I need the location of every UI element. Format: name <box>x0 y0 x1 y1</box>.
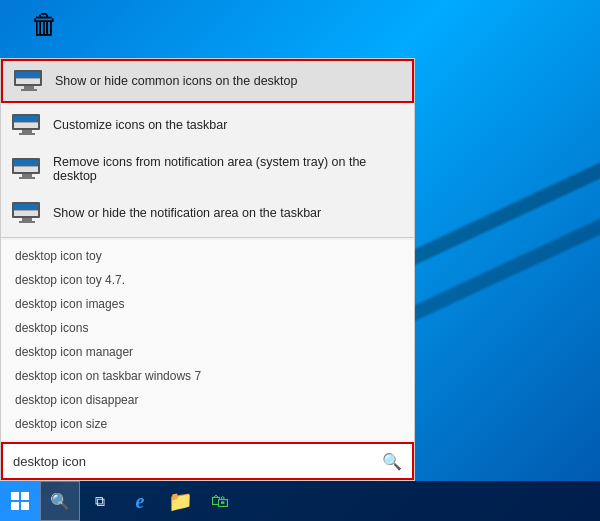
result-icon-1 <box>13 69 45 93</box>
result-text-4: Show or hide the notification area on th… <box>53 206 404 220</box>
result-text-2: Customize icons on the taskbar <box>53 118 404 132</box>
result-item-3[interactable]: Remove icons from notification area (sys… <box>1 147 414 191</box>
start-button[interactable] <box>0 481 40 521</box>
taskbar: 🔍 ⧉ e 📁 🛍 <box>0 481 600 521</box>
task-view-icon: ⧉ <box>95 493 105 510</box>
result-icon-3 <box>11 157 43 181</box>
taskbar-search-button[interactable]: 🔍 <box>40 481 80 521</box>
result-icon-2 <box>11 113 43 137</box>
suggestion-3[interactable]: desktop icon images <box>1 292 414 316</box>
store-icon: 🛍 <box>211 491 229 512</box>
ie-icon: e <box>136 490 145 513</box>
suggestion-2[interactable]: desktop icon toy 4.7. <box>1 268 414 292</box>
result-text-1: Show or hide common icons on the desktop <box>55 74 402 88</box>
result-icon-4 <box>11 201 43 225</box>
search-submit-icon[interactable]: 🔍 <box>382 452 402 471</box>
suggestion-5[interactable]: desktop icon manager <box>1 340 414 364</box>
search-panel: Show or hide common icons on the desktop… <box>0 58 415 481</box>
task-view-button[interactable]: ⧉ <box>80 481 120 521</box>
folder-icon: 📁 <box>168 489 193 513</box>
result-item-2[interactable]: Customize icons on the taskbar <box>1 103 414 147</box>
divider <box>1 237 414 238</box>
suggestion-1[interactable]: desktop icon toy <box>1 244 414 268</box>
search-icon: 🔍 <box>50 492 70 511</box>
suggestion-8[interactable]: desktop icon size <box>1 412 414 436</box>
search-bar: 🔍 <box>1 442 414 480</box>
results-top: Show or hide common icons on the desktop… <box>1 59 414 235</box>
result-text-3: Remove icons from notification area (sys… <box>53 155 404 183</box>
recycle-bin-icon: 🗑 <box>20 8 70 41</box>
windows-logo-icon <box>11 492 29 510</box>
search-input[interactable] <box>13 454 382 469</box>
file-explorer-button[interactable]: 📁 <box>160 481 200 521</box>
store-button[interactable]: 🛍 <box>200 481 240 521</box>
suggestion-4[interactable]: desktop icons <box>1 316 414 340</box>
result-item-1[interactable]: Show or hide common icons on the desktop <box>1 59 414 103</box>
desktop: 🗑 Show or hide common icons on the deskt… <box>0 0 600 521</box>
suggestion-6[interactable]: desktop icon on taskbar windows 7 <box>1 364 414 388</box>
internet-explorer-button[interactable]: e <box>120 481 160 521</box>
result-item-4[interactable]: Show or hide the notification area on th… <box>1 191 414 235</box>
suggestion-7[interactable]: desktop icon disappear <box>1 388 414 412</box>
suggestions-section: desktop icon toy desktop icon toy 4.7. d… <box>1 240 414 440</box>
